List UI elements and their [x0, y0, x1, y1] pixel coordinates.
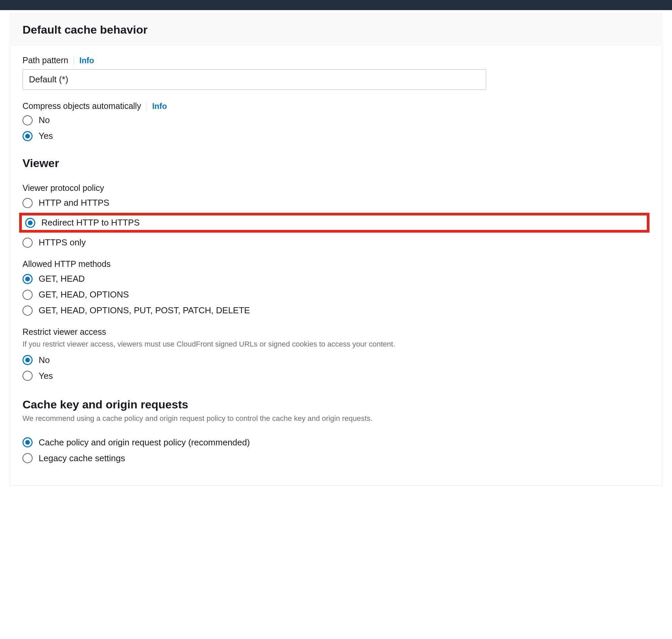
cache-key-heading: Cache key and origin requests — [22, 398, 650, 411]
viewer-protocol-field: Viewer protocol policy HTTP and HTTPS Re… — [22, 183, 650, 248]
compress-info-link[interactable]: Info — [152, 102, 167, 111]
cache-key-help: We recommend using a cache policy and or… — [22, 413, 650, 424]
radio-icon — [22, 115, 33, 125]
radio-icon — [22, 238, 33, 248]
radio-label: HTTPS only — [39, 237, 86, 248]
radio-label: GET, HEAD, OPTIONS, PUT, POST, PATCH, DE… — [39, 305, 250, 316]
default-cache-behavior-card: Default cache behavior Path pattern Info… — [10, 13, 662, 485]
compress-label: Compress objects automatically — [22, 101, 141, 111]
radio-label: GET, HEAD — [39, 274, 85, 284]
restrict-access-label: Restrict viewer access — [22, 327, 650, 337]
card-title: Default cache behavior — [22, 23, 650, 36]
radio-icon — [22, 274, 33, 284]
radio-label: GET, HEAD, OPTIONS — [39, 290, 129, 300]
cache-key-option-legacy[interactable]: Legacy cache settings — [22, 453, 650, 464]
divider — [74, 56, 74, 65]
viewer-protocol-label: Viewer protocol policy — [22, 183, 650, 193]
cache-key-option-policy[interactable]: Cache policy and origin request policy (… — [22, 437, 650, 448]
allowed-methods-field: Allowed HTTP methods GET, HEAD GET, HEAD… — [22, 259, 650, 316]
path-pattern-field: Path pattern Info — [22, 56, 650, 90]
radio-label: Yes — [39, 131, 53, 141]
radio-icon — [22, 371, 33, 381]
path-pattern-input[interactable] — [22, 69, 486, 90]
allowed-methods-option-gethead[interactable]: GET, HEAD — [22, 274, 650, 284]
radio-label: HTTP and HTTPS — [39, 198, 109, 208]
allowed-methods-option-all[interactable]: GET, HEAD, OPTIONS, PUT, POST, PATCH, DE… — [22, 305, 650, 316]
radio-label: No — [39, 115, 50, 125]
restrict-access-help: If you restrict viewer access, viewers m… — [22, 339, 650, 349]
radio-label: No — [39, 355, 50, 365]
radio-label: Cache policy and origin request policy (… — [39, 437, 250, 448]
restrict-access-option-no[interactable]: No — [22, 355, 650, 365]
top-nav-bar — [0, 0, 672, 10]
viewer-heading: Viewer — [22, 157, 650, 170]
allowed-methods-option-getheadoptions[interactable]: GET, HEAD, OPTIONS — [22, 290, 650, 300]
path-pattern-label: Path pattern — [22, 56, 68, 65]
card-header: Default cache behavior — [11, 14, 661, 45]
radio-icon — [22, 355, 33, 365]
compress-field: Compress objects automatically Info No Y… — [22, 101, 650, 141]
radio-label: Legacy cache settings — [39, 453, 125, 464]
radio-icon — [22, 290, 33, 300]
radio-label: Redirect HTTP to HTTPS — [41, 217, 140, 228]
allowed-methods-label: Allowed HTTP methods — [22, 259, 650, 269]
viewer-protocol-option-both[interactable]: HTTP and HTTPS — [22, 198, 650, 208]
radio-icon — [22, 198, 33, 208]
cache-key-mode-field: Cache policy and origin request policy (… — [22, 437, 650, 464]
restrict-access-field: Restrict viewer access If you restrict v… — [22, 327, 650, 381]
divider — [146, 102, 147, 111]
highlighted-option: Redirect HTTP to HTTPS — [19, 213, 650, 233]
radio-icon — [22, 306, 33, 316]
radio-icon — [22, 131, 33, 141]
radio-label: Yes — [39, 371, 53, 381]
compress-option-yes[interactable]: Yes — [22, 131, 650, 141]
radio-icon — [22, 453, 33, 463]
radio-icon — [25, 218, 35, 228]
viewer-protocol-option-httpsonly[interactable]: HTTPS only — [22, 237, 650, 248]
path-pattern-info-link[interactable]: Info — [79, 56, 94, 65]
restrict-access-option-yes[interactable]: Yes — [22, 371, 650, 381]
radio-icon — [22, 437, 33, 447]
viewer-protocol-option-redirect[interactable]: Redirect HTTP to HTTPS — [22, 217, 140, 228]
compress-option-no[interactable]: No — [22, 115, 650, 125]
